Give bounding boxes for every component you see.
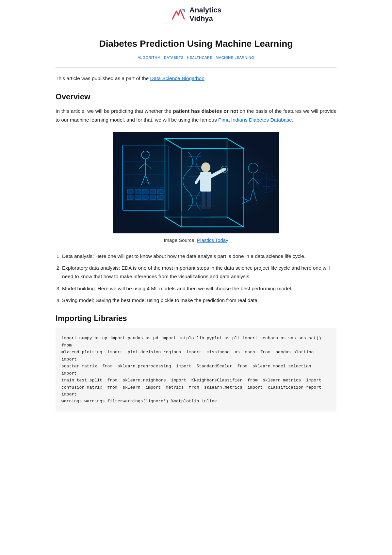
list-item: Data analysis: Here one will get to know… bbox=[62, 252, 336, 261]
list-item: Saving model: Saving the best model usin… bbox=[62, 296, 336, 305]
code-block[interactable]: import numpy as np import pandas as pd i… bbox=[56, 328, 336, 411]
tag-machine-learning[interactable]: MACHINE LEARNING bbox=[216, 56, 254, 59]
divider-top bbox=[56, 67, 336, 68]
image-caption: Image Source: Plastics Today bbox=[164, 237, 228, 243]
article-title: Diabetes Prediction Using Machine Learni… bbox=[56, 38, 336, 50]
logo-text: Analytics Vidhya bbox=[189, 6, 221, 23]
intro-paragraph: This article was published as a part of … bbox=[56, 74, 336, 83]
blogathon-link[interactable]: Data Science Blogathon bbox=[150, 76, 204, 81]
article-list: Data analysis: Here one will get to know… bbox=[62, 252, 336, 305]
overview-suffix: . bbox=[292, 117, 293, 123]
article-image-svg bbox=[113, 132, 279, 233]
overview-paragraph: In this article, we will be predicting t… bbox=[56, 107, 336, 124]
logo-icon bbox=[171, 7, 186, 22]
tag-healthcare[interactable]: HEALTHCARE bbox=[187, 56, 212, 59]
site-header: Analytics Vidhya bbox=[0, 0, 392, 28]
tag-datasets[interactable]: DATASETS bbox=[164, 56, 184, 59]
image-caption-link[interactable]: Plastics Today bbox=[197, 237, 228, 243]
main-content: Diabetes Prediction Using Machine Learni… bbox=[49, 28, 343, 431]
image-caption-prefix: Image Source: bbox=[164, 237, 197, 243]
logo[interactable]: Analytics Vidhya bbox=[171, 6, 221, 23]
tags-container: ALGORITHM DATASETS HEALTHCARE MACHINE LE… bbox=[56, 56, 336, 59]
intro-prefix: This article was published as a part of … bbox=[56, 76, 150, 81]
list-item: Exploratory data analysis: EDA is one of… bbox=[62, 264, 336, 281]
image-container: Image Source: Plastics Today bbox=[56, 132, 336, 243]
overview-before-bold: In this article, we will be predicting t… bbox=[56, 108, 173, 114]
pima-link[interactable]: Pima Indians Diabetes Database bbox=[218, 117, 292, 123]
overview-heading: Overview bbox=[56, 92, 336, 101]
list-item: Model building: Here we will be using 4 … bbox=[62, 284, 336, 293]
intro-suffix: . bbox=[204, 76, 206, 81]
article-image bbox=[113, 132, 279, 233]
overview-bold: patient has diabetes or not bbox=[173, 108, 238, 114]
importing-heading: Importing Libraries bbox=[56, 314, 336, 323]
svg-rect-55 bbox=[113, 132, 279, 233]
tag-algorithm[interactable]: ALGORITHM bbox=[138, 56, 161, 59]
